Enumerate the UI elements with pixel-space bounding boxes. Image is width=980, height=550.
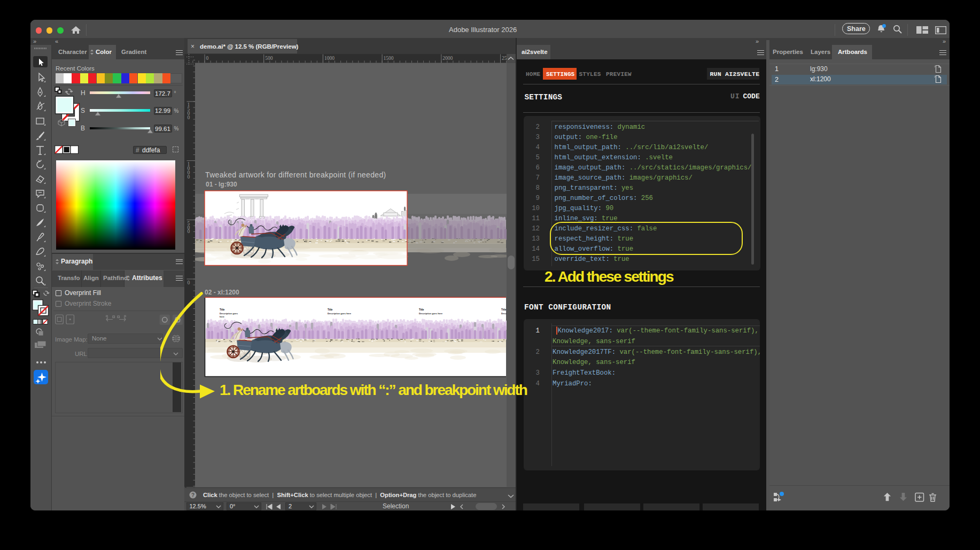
svg-text:0: 0 [188,280,190,285]
svg-text:02 - xl:1200: 02 - xl:1200 [205,289,239,296]
svg-text:Title: Title [419,308,424,311]
svg-text:here: here [220,315,225,318]
svg-text:2000: 2000 [442,56,453,61]
svg-text:Description goes here: Description goes here [328,312,352,315]
svg-text:Description goes here: Description goes here [419,312,443,315]
svg-text:0: 0 [188,229,190,234]
svg-text:Title: Title [501,308,507,311]
svg-text:Description goes: Description goes [220,312,238,315]
svg-text:0: 0 [206,56,209,61]
svg-text:Tweaked artwork for different: Tweaked artwork for different breakpoint… [205,171,386,179]
svg-text:1000: 1000 [324,56,335,61]
svg-text:500: 500 [265,56,273,61]
svg-text:Title: Title [220,308,225,311]
svg-text:1500: 1500 [384,56,394,61]
svg-text:01 - lg:930: 01 - lg:930 [206,181,237,188]
svg-text:?: ? [191,492,195,498]
svg-text:0: 0 [188,115,190,120]
svg-text:0: 0 [188,174,190,180]
svg-text:Title: Title [328,308,333,311]
